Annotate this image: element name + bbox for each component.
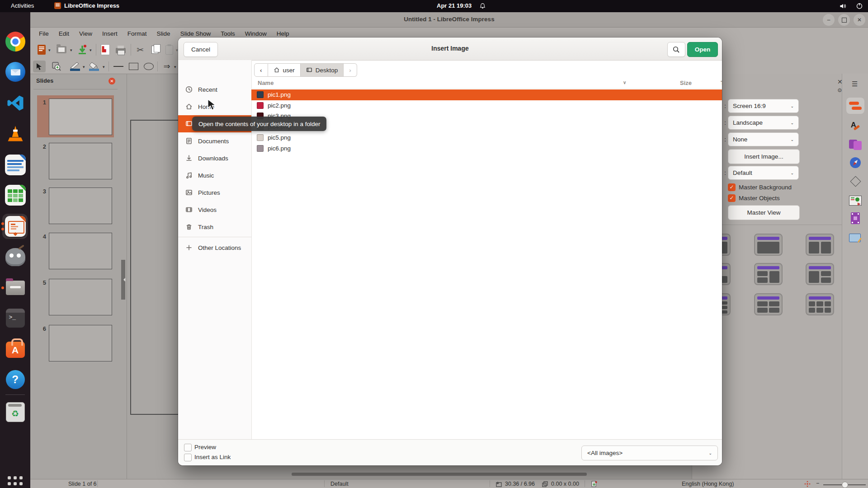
place-documents[interactable]: Documents [178,132,251,150]
slides-panel-splitter[interactable] [121,260,125,300]
menu-file[interactable]: File [34,28,54,40]
dock-help-icon[interactable]: ? [0,366,30,393]
paste-dropdown-arrow[interactable]: ▾ [176,48,178,52]
copy-button[interactable] [149,44,160,56]
place-trash[interactable]: Trash [178,218,251,235]
dock-app-grid-icon[interactable] [0,470,30,488]
column-header-type[interactable]: Type [721,80,722,86]
file-row[interactable]: pic6.png722.3 kBImage18:50 [251,143,722,154]
file-row[interactable]: pic2.png22.6 kBImage18:50 [251,100,722,111]
power-icon[interactable] [856,2,863,9]
master-slides-tab-icon[interactable] [846,231,864,244]
master-view-button[interactable]: Master View [728,205,800,220]
dock-thunderbird-icon[interactable] [0,59,30,85]
place-downloads[interactable]: Downloads [178,150,251,167]
styles-tab-icon[interactable]: A [846,118,864,132]
path-forward-button[interactable]: › [344,63,357,77]
menu-slide[interactable]: Slide [152,28,175,40]
dock-vlc-icon[interactable] [0,121,30,147]
maximize-button[interactable] [838,14,850,26]
dock-ubuntu-software-icon[interactable]: A [0,335,30,361]
sort-chevron-icon[interactable]: ∨ [623,80,626,85]
print-button[interactable] [114,44,127,56]
sidebar-settings-icon[interactable]: ☰ [852,80,858,88]
menu-edit[interactable]: Edit [54,28,74,40]
fill-color-dropdown-arrow[interactable]: ▾ [103,65,105,69]
dock-trash-icon[interactable]: ♻ [0,399,30,425]
dock-chrome-icon[interactable] [0,28,30,55]
dock-libreoffice-impress-icon[interactable] [0,213,30,239]
fill-color-button[interactable] [87,61,101,72]
block-arrow-button[interactable]: ⇒ [160,61,173,72]
panel-close-icon[interactable]: ✕ [837,78,843,85]
place-pictures[interactable]: Pictures [178,184,251,201]
minimize-button[interactable]: – [823,14,835,26]
slide-format-select[interactable]: Screen 16:9⌄ [728,99,799,113]
fit-slide-icon[interactable] [804,481,811,487]
insert-as-link-checkbox[interactable] [184,454,192,461]
dock-files-icon[interactable] [0,275,30,301]
menu-format[interactable]: Format [123,28,152,40]
insert-ellipse-button[interactable] [142,61,155,72]
zoom-slider-knob[interactable] [842,482,848,488]
volume-icon[interactable] [839,3,846,9]
slide-transition-tab-icon[interactable] [846,137,864,151]
insert-rectangle-button[interactable] [127,61,140,72]
media-tab-icon[interactable] [846,211,864,225]
cut-button[interactable]: ✂ [134,44,146,56]
column-header-name[interactable]: Name [258,80,274,86]
slide-thumbnail-3[interactable] [49,188,112,224]
navigator-tab-icon[interactable] [846,156,864,169]
gear-icon[interactable]: ⚙ [837,87,842,94]
slide-thumbnail-4[interactable] [49,233,112,269]
window-title-bar[interactable]: Untitled 1 - LibreOffice Impress [30,12,868,28]
breadcrumb-user[interactable]: user [268,63,301,77]
save-dropdown-arrow[interactable]: ▾ [90,48,92,52]
new-presentation-button[interactable] [36,44,47,55]
shapes-tab-icon[interactable] [846,175,864,187]
select-tool-button[interactable] [33,61,46,72]
export-pdf-button[interactable]: ▙ [99,44,111,56]
slide-thumbnail-1[interactable] [49,99,112,135]
dock-terminal-icon[interactable]: >_ [0,305,30,331]
canvas-horizontal-scrollbar[interactable] [292,473,587,476]
menu-insert[interactable]: Insert [97,28,123,40]
dock-vscode-icon[interactable] [0,90,30,116]
menu-view[interactable]: View [74,28,97,40]
activities-button[interactable]: Activities [11,2,34,9]
language-status[interactable]: English (Hong Kong) [682,481,734,487]
paste-button[interactable] [163,44,175,56]
dock-gimp-icon[interactable] [0,244,30,270]
slides-panel-close-icon[interactable]: ✕ [108,78,115,84]
save-button[interactable] [76,43,88,56]
new-dropdown-arrow[interactable]: ▾ [48,48,51,52]
slide-thumbnail-5[interactable] [49,279,112,315]
insert-image-button[interactable]: Insert Image... [728,149,800,164]
preview-checkbox[interactable] [184,444,192,451]
unsaved-changes-icon[interactable] [591,481,597,487]
slide-thumbnail-2[interactable] [49,143,112,179]
layout-six-content[interactable] [806,293,834,315]
orientation-select[interactable]: Landscape⌄ [728,116,799,130]
properties-tab-icon[interactable] [846,98,864,114]
dock-libreoffice-calc-icon[interactable] [0,182,30,208]
background-select[interactable]: None⌄ [728,132,799,146]
arrow-dropdown-arrow[interactable]: ▾ [174,65,176,69]
column-header-size[interactable]: Size [680,80,692,86]
layout-title-content[interactable] [754,234,783,256]
cursor-position-status[interactable]: 30.36 / 6.96 [505,481,535,487]
template-name-status[interactable]: Default [330,481,349,487]
clock[interactable]: Apr 21 19:03 [437,2,472,9]
file-type-filter-select[interactable]: <All images>⌄ [581,446,718,460]
object-size-status[interactable]: 0.00 x 0.00 [551,481,579,487]
layout-one-left-two-right[interactable] [806,263,834,285]
file-row[interactable]: pic5.png480.8 kBImage18:50 [251,132,722,143]
focused-app-name[interactable]: LibreOffice Impress [64,2,119,9]
file-row[interactable]: pic1.png665.3 kBImage18:50 [251,89,722,100]
animation-tab-icon[interactable]: ▶ [846,193,864,208]
zoom-tool-button[interactable] [50,61,63,72]
place-other-locations[interactable]: Other Locations [178,239,251,256]
master-slide-select[interactable]: Default⌄ [728,166,799,180]
open-button[interactable]: Open [687,42,718,57]
breadcrumb-desktop[interactable]: Desktop [301,63,344,77]
